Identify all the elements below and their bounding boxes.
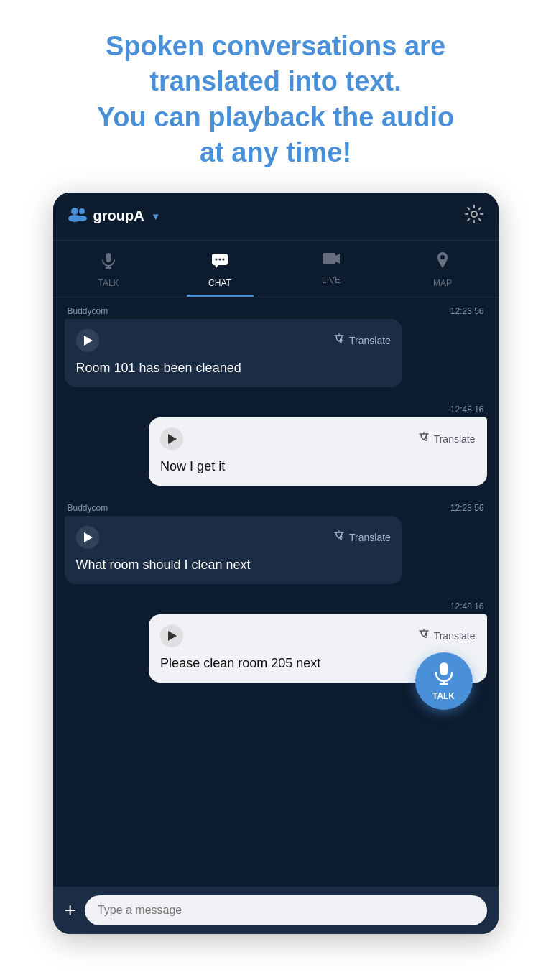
hero-text: Spoken conversations are translated into… (54, 0, 498, 193)
message-group-2: 12:48 16 Translate (65, 405, 487, 486)
tab-talk-label: TALK (98, 278, 119, 288)
svg-point-3 (77, 216, 87, 221)
message-meta-1: Buddycom 12:23 56 (65, 306, 487, 316)
play-button-3[interactable] (76, 526, 99, 549)
svg-point-1 (79, 208, 85, 214)
svg-marker-13 (335, 254, 340, 264)
tab-live-label: LIVE (322, 275, 341, 285)
translate-btn-4[interactable]: Translate (417, 628, 476, 644)
group-icon (68, 206, 88, 226)
bubble-incoming-1: Translate Room 101 has been cleaned (65, 319, 402, 387)
translate-icon-4 (417, 628, 430, 644)
svg-point-14 (440, 255, 445, 259)
play-triangle-3 (84, 532, 93, 542)
hero-line1: Spoken conversations are (106, 31, 445, 61)
bubble-text-3: What room should I clean next (76, 556, 391, 574)
translate-icon-1 (333, 333, 346, 348)
translate-icon-2 (417, 431, 430, 447)
translate-label-1: Translate (349, 335, 391, 346)
bubble-text-2: Now I get it (160, 458, 475, 476)
tab-chat-label: CHAT (208, 278, 231, 288)
translate-btn-1[interactable]: Translate (333, 333, 391, 348)
tab-bar: TALK CHAT LIVE (53, 241, 499, 297)
tab-talk[interactable]: TALK (53, 241, 165, 297)
translate-label-3: Translate (349, 532, 391, 543)
play-triangle-1 (84, 336, 93, 346)
translate-btn-2[interactable]: Translate (417, 431, 476, 447)
message-group-1: Buddycom 12:23 56 Tra (65, 306, 487, 387)
translate-label-2: Translate (434, 433, 476, 445)
svg-point-0 (71, 208, 78, 215)
talk-fab[interactable]: TALK (415, 652, 473, 710)
message-group-3: Buddycom 12:23 56 Tra (65, 503, 487, 584)
talk-fab-label: TALK (432, 691, 455, 701)
time-4: 12:48 16 (450, 601, 484, 611)
hero-line4: at any time! (200, 137, 351, 167)
translate-label-4: Translate (434, 630, 476, 642)
bubble-text-1: Room 101 has been cleaned (76, 359, 391, 377)
play-button-1[interactable] (76, 329, 99, 352)
svg-rect-12 (323, 253, 335, 264)
svg-rect-15 (440, 662, 448, 675)
tab-chat[interactable]: CHAT (165, 241, 276, 297)
message-input[interactable] (85, 895, 487, 925)
tab-map[interactable]: MAP (387, 241, 499, 297)
svg-point-9 (216, 258, 218, 260)
svg-point-4 (471, 211, 477, 217)
message-meta-3: Buddycom 12:23 56 (65, 503, 487, 513)
play-button-4[interactable] (160, 624, 183, 647)
plus-button[interactable]: + (65, 900, 76, 920)
group-name-label: groupA (93, 208, 144, 224)
play-triangle-2 (168, 434, 177, 444)
tab-live[interactable]: LIVE (276, 241, 387, 297)
play-triangle-4 (168, 631, 177, 641)
play-button-2[interactable] (160, 427, 183, 450)
header-left[interactable]: groupA ▾ (68, 206, 158, 226)
svg-point-10 (219, 258, 221, 260)
chat-area: Buddycom 12:23 56 Tra (53, 297, 499, 887)
time-2: 12:48 16 (450, 405, 484, 415)
bubble-incoming-3: Translate What room should I clean next (65, 516, 402, 584)
sender-3: Buddycom (68, 503, 108, 513)
app-header: groupA ▾ (53, 193, 499, 241)
bubble-outgoing-2: Translate Now I get it (149, 417, 486, 486)
hero-line2: translated into text. (149, 66, 402, 96)
translate-icon-3 (333, 530, 346, 545)
translate-btn-3[interactable]: Translate (333, 530, 391, 545)
map-icon (435, 251, 450, 274)
svg-rect-5 (106, 253, 111, 262)
time-1: 12:23 56 (450, 306, 484, 316)
hero-line3: You can playback the audio (97, 102, 455, 132)
phone-frame: groupA ▾ TALK (53, 193, 499, 934)
message-meta-2: 12:48 16 (65, 405, 487, 415)
sender-1: Buddycom (68, 306, 108, 316)
live-icon (321, 251, 341, 271)
mic-icon-fab (433, 661, 455, 689)
message-meta-4: 12:48 16 (65, 601, 487, 611)
chevron-down-icon: ▾ (153, 211, 158, 222)
time-3: 12:23 56 (450, 503, 484, 513)
svg-point-11 (223, 258, 225, 260)
talk-icon (99, 251, 118, 274)
settings-icon[interactable] (464, 204, 484, 228)
tab-map-label: MAP (433, 278, 452, 288)
bottom-bar: + (53, 887, 499, 934)
chat-icon (210, 251, 229, 274)
